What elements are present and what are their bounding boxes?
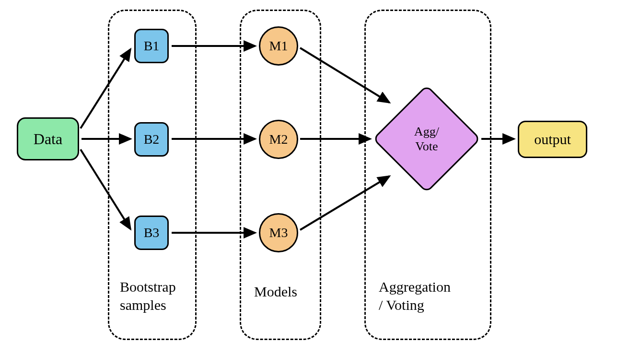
agg-label-line1: Agg/ [414,125,439,138]
models-label: Models [254,283,297,301]
bagging-diagram: Data B1 B2 B3 M1 M2 M3 Agg/ Vote output … [0,0,629,364]
b2-node: B2 [134,122,169,157]
bootstrap-label-line1: Bootstrap [120,279,176,295]
m3-node: M3 [259,213,298,252]
m2-node: M2 [259,120,298,159]
agg-label-line2: Vote [415,139,438,153]
m1-label: M1 [269,38,288,54]
m3-label: M3 [269,225,288,240]
bootstrap-samples-label: Bootstrap samples [120,278,176,314]
aggregation-voting-label: Aggregation / Voting [379,278,451,314]
bootstrap-label-line2: samples [120,297,166,313]
data-label: Data [34,130,62,148]
m2-label: M2 [269,132,288,147]
output-node: output [518,121,587,158]
b1-label: B1 [144,38,160,54]
m1-node: M1 [259,26,298,66]
b3-node: B3 [134,216,169,250]
b2-label: B2 [144,132,160,147]
output-label: output [534,131,571,148]
models-label-text: Models [254,284,297,299]
data-node: Data [17,117,79,160]
b3-label: B3 [144,225,160,240]
aggregation-label-line1: Aggregation [379,279,451,295]
agg-vote-label: Agg/ Vote [414,124,439,154]
b1-node: B1 [134,29,169,63]
aggregation-label-line2: / Voting [379,297,424,313]
